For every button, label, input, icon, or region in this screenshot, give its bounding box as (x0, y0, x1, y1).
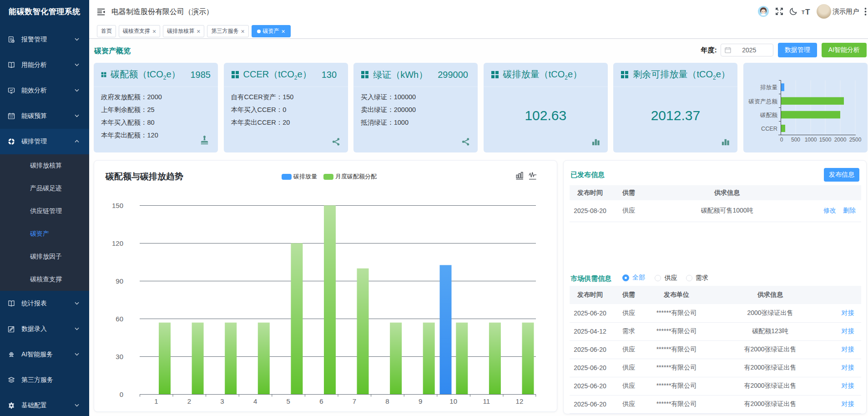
svg-text:90: 90 (116, 277, 123, 285)
svg-text:1500: 1500 (819, 137, 832, 143)
svg-text:7: 7 (353, 397, 356, 405)
svg-text:30: 30 (116, 353, 123, 360)
svg-text:1: 1 (154, 397, 158, 405)
svg-text:8: 8 (385, 397, 389, 405)
svg-text:碳资产总额: 碳资产总额 (748, 98, 778, 105)
svg-text:500: 500 (791, 137, 800, 143)
svg-text:T: T (805, 8, 810, 16)
svg-text:CCER: CCER (761, 126, 777, 132)
svg-text:5: 5 (287, 397, 290, 405)
svg-text:T: T (802, 10, 805, 15)
svg-text:150: 150 (112, 202, 123, 209)
svg-text:10: 10 (449, 397, 457, 405)
svg-text:碳配额: 碳配额 (760, 112, 777, 118)
svg-text:1000: 1000 (805, 137, 817, 143)
svg-text:2000: 2000 (834, 137, 847, 143)
svg-text:2: 2 (187, 397, 191, 405)
svg-text:11: 11 (483, 397, 490, 405)
svg-text:120: 120 (112, 239, 123, 247)
svg-text:排放量: 排放量 (760, 84, 777, 91)
svg-text:9: 9 (419, 397, 422, 405)
svg-text:12: 12 (516, 397, 524, 405)
svg-text:0: 0 (780, 137, 783, 143)
svg-text:6: 6 (319, 397, 323, 405)
svg-text:4: 4 (253, 397, 257, 405)
svg-text:0: 0 (120, 391, 123, 398)
svg-text:3: 3 (220, 397, 224, 405)
svg-text:60: 60 (116, 315, 123, 323)
svg-text:2500: 2500 (849, 137, 862, 143)
